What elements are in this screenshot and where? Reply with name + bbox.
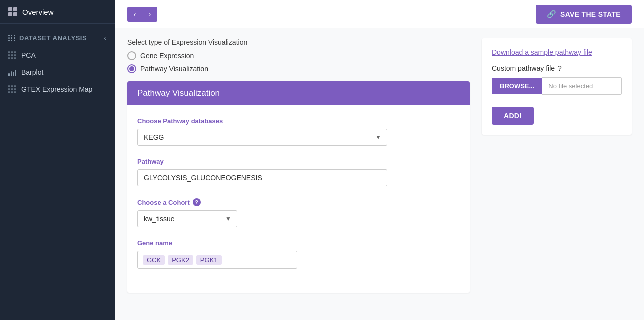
- gene-name-group: Gene name GCK PGK2 PGK1: [137, 239, 460, 269]
- radio-gene-label: Gene Expression: [140, 52, 194, 60]
- gene-name-label: Gene name: [137, 239, 460, 247]
- nav-prev-button[interactable]: ‹: [127, 7, 142, 22]
- sidebar-barplot-label: Barplot: [21, 68, 43, 76]
- cohort-selector-group: Choose a Cohort ? kw_tissue cohort1 coho…: [137, 198, 460, 227]
- file-upload-row: BROWSE... No file selected: [492, 77, 622, 95]
- sidebar-dataset-section: Dataset Analysis ‹ PCA Barplot GTEX Expr: [0, 24, 115, 103]
- save-state-label: SAVE THE STATE: [560, 10, 621, 18]
- cohort-label: Choose a Cohort ?: [137, 198, 460, 206]
- pathway-input-label: Pathway: [137, 158, 460, 165]
- left-panel: Select type of Expression Visualization …: [127, 38, 470, 310]
- cohort-select-wrapper: kw_tissue cohort1 cohort2 ▼: [137, 210, 237, 227]
- pathway-card-body: Choose Pathway databases KEGG Reactome W…: [127, 105, 470, 293]
- sidebar-overview-label: Overview: [22, 8, 54, 16]
- db-select[interactable]: KEGG Reactome WikiPathways: [137, 129, 387, 146]
- gene-tag-gck: GCK: [143, 255, 165, 265]
- nav-arrows: ‹ ›: [127, 7, 157, 22]
- download-sample-link[interactable]: Download a sample pathway file: [492, 48, 622, 56]
- right-panel: Download a sample pathway file Custom pa…: [482, 38, 632, 310]
- file-name-display: No file selected: [542, 77, 622, 95]
- gene-tag-pgk2: PGK2: [168, 255, 193, 265]
- sidebar-overview-item[interactable]: Overview: [0, 0, 115, 24]
- gene-tag-pgk1: PGK1: [196, 255, 222, 265]
- sidebar-item-barplot[interactable]: Barplot: [0, 64, 115, 81]
- browse-button[interactable]: BROWSE...: [492, 78, 542, 94]
- dataset-icon: [8, 35, 15, 41]
- radio-gene-expression[interactable]: Gene Expression: [127, 51, 470, 60]
- cohort-help-icon[interactable]: ?: [193, 198, 201, 206]
- gene-tags-input[interactable]: GCK PGK2 PGK1: [137, 251, 297, 269]
- barplot-icon: [8, 68, 16, 76]
- radio-pathway-circle: [127, 64, 136, 73]
- custom-file-label: Custom pathway file ?: [492, 64, 622, 72]
- pca-icon: [8, 51, 16, 59]
- sidebar-collapse-button[interactable]: ‹: [103, 33, 107, 43]
- db-select-wrapper: KEGG Reactome WikiPathways ▼: [137, 129, 387, 146]
- sidebar-gtex-label: GTEX Expression Map: [21, 85, 92, 93]
- sidebar: Overview Dataset Analysis ‹ PCA: [0, 0, 115, 320]
- content-area: Select type of Expression Visualization …: [115, 28, 644, 320]
- save-state-button[interactable]: 🔗 SAVE THE STATE: [536, 5, 632, 24]
- pathway-card: Pathway Visualization Choose Pathway dat…: [127, 81, 470, 293]
- expression-type-selector: Select type of Expression Visualization …: [127, 38, 470, 73]
- sidebar-dataset-label: Dataset Analysis: [19, 34, 87, 42]
- sidebar-dataset-header[interactable]: Dataset Analysis ‹: [0, 29, 115, 47]
- nav-next-button[interactable]: ›: [142, 7, 157, 22]
- db-label: Choose Pathway databases: [137, 117, 460, 125]
- add-button[interactable]: ADD!: [492, 107, 534, 125]
- radio-pathway-visualization[interactable]: Pathway Visualization: [127, 64, 470, 73]
- radio-pathway-label: Pathway Visualization: [140, 65, 208, 73]
- radio-gene-circle: [127, 51, 136, 60]
- sidebar-item-gtex[interactable]: GTEX Expression Map: [0, 81, 115, 98]
- db-selector-group: Choose Pathway databases KEGG Reactome W…: [137, 117, 460, 146]
- gtex-icon: [8, 85, 16, 93]
- topbar: ‹ › 🔗 SAVE THE STATE: [115, 0, 644, 28]
- pathway-input-group: Pathway: [137, 158, 460, 186]
- pathway-input[interactable]: [137, 169, 387, 186]
- save-icon: 🔗: [547, 10, 556, 19]
- right-card: Download a sample pathway file Custom pa…: [482, 38, 632, 135]
- sidebar-pca-label: PCA: [21, 51, 36, 59]
- overview-icon: [8, 7, 17, 16]
- sidebar-item-pca[interactable]: PCA: [0, 47, 115, 64]
- expression-type-header: Select type of Expression Visualization: [127, 38, 470, 46]
- custom-file-help-icon[interactable]: ?: [558, 64, 562, 72]
- main-area: ‹ › 🔗 SAVE THE STATE Select type of Expr…: [115, 0, 644, 320]
- pathway-card-title: Pathway Visualization: [127, 81, 470, 105]
- cohort-select[interactable]: kw_tissue cohort1 cohort2: [137, 210, 237, 227]
